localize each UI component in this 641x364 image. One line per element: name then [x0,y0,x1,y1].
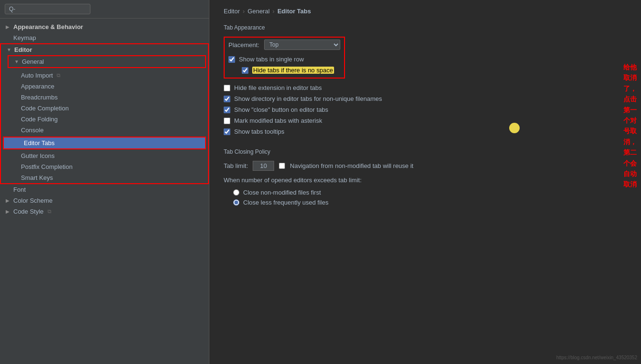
breadcrumb-general: General [247,8,269,15]
tab-limit-row: Tab limit: Navigation from non-modified … [224,161,627,171]
sidebar-label-code-style: Code Style [13,208,44,215]
sidebar-item-color-scheme[interactable]: ▶ Color Scheme [0,195,209,206]
show-tabs-single-row-checkbox[interactable] [228,56,235,63]
sidebar-label-appearance: Appearance [21,83,54,90]
close-less-frequent-radio[interactable] [233,199,239,206]
app-container: ▶ Appearance & Behavior Keymap ▼ Editor … [0,0,641,364]
hide-tabs-no-space-label: Hide tabs if there is no space [252,67,334,74]
tab-appearance-section: Tab Appearance Placement: Top Show tabs … [224,24,627,137]
tab-appearance-title: Tab Appearance [224,24,627,31]
watermark: https://blog.csdn.net/weixin_43520352 [556,355,637,360]
show-close-button-row: Show "close" button on editor tabs [224,104,627,115]
mark-modified-label: Mark modified tabs with asterisk [234,117,322,124]
sidebar-item-smart-keys[interactable]: Smart Keys [1,172,208,183]
sidebar-label-breadcrumbs: Breadcrumbs [21,94,58,101]
sidebar-label-console: Console [21,127,44,134]
sidebar-item-appearance[interactable]: Appearance [1,81,208,92]
sidebar-item-general[interactable]: ▼ General [9,56,205,67]
sidebar-label-editor: Editor [14,46,32,53]
hide-file-ext-label: Hide file extension in editor tabs [234,84,322,91]
show-tooltips-row: Show tabs tooltips [224,126,627,137]
sidebar-label-editor-tabs: Editor Tabs [24,139,55,147]
sidebar-label-color-scheme: Color Scheme [13,197,52,204]
expand-arrow-general: ▼ [14,59,20,64]
sidebar-label-smart-keys: Smart Keys [21,174,53,181]
code-style-icon: ⧉ [48,208,51,215]
breadcrumb-sep-2: › [273,8,275,15]
annotation-text: 给他取消了，点击第一个对号取 消，第二个会自动取消 [623,62,641,190]
hide-file-ext-checkbox[interactable] [224,85,230,91]
sidebar-label-code-completion: Code Completion [21,105,69,112]
expand-arrow-code-style: ▶ [6,209,11,214]
close-non-modified-radio[interactable] [233,189,239,196]
sidebar-label-gutter-icons: Gutter Icons [21,152,55,159]
sidebar-label-font: Font [13,186,26,193]
show-tabs-single-row-label: Show tabs in single row [239,56,304,63]
hide-tabs-no-space-row: Hide tabs if there is no space [242,65,340,76]
sidebar-item-postfix-completion[interactable]: Postfix Completion [1,161,208,172]
auto-import-icon: ⧉ [57,72,60,79]
sidebar-item-code-folding[interactable]: Code Folding [1,114,208,125]
mark-modified-row: Mark modified tabs with asterisk [224,115,627,126]
breadcrumb-editor: Editor [224,8,240,15]
sidebar-item-breadcrumbs[interactable]: Breadcrumbs [1,92,208,103]
expand-arrow-color-scheme: ▶ [6,198,11,203]
expand-arrow-editor: ▼ [7,47,12,52]
tab-limit-label: Tab limit: [224,162,248,169]
sidebar-item-keymap[interactable]: Keymap [0,32,209,43]
tab-closing-section: Tab Closing Policy Tab limit: Navigation… [224,148,627,207]
close-non-modified-row: Close non-modified files first [233,187,627,197]
search-bar [0,0,209,19]
hide-tabs-no-space-checkbox[interactable] [242,67,248,74]
hide-file-ext-row: Hide file extension in editor tabs [224,82,627,93]
close-less-frequent-label: Close less frequently used files [243,199,328,206]
sidebar-item-appearance-behavior[interactable]: ▶ Appearance & Behavior [0,21,209,32]
sidebar-label-keymap: Keymap [13,34,36,41]
when-exceeds-label: When number of opened editors exceeds ta… [224,177,627,184]
expand-arrow: ▶ [6,24,11,30]
breadcrumb-sep-1: › [243,8,245,15]
sidebar-item-font[interactable]: Font [0,184,209,195]
sidebar-item-console[interactable]: Console [1,125,208,136]
sidebar-item-code-style[interactable]: ▶ Code Style ⧉ [0,206,209,217]
show-directory-label: Show directory in editor tabs for non-un… [234,95,382,102]
sidebar-item-editor[interactable]: ▼ Editor [1,44,208,55]
show-tooltips-label: Show tabs tooltips [234,128,285,135]
placement-row: Placement: Top [228,39,340,50]
sidebar: ▶ Appearance & Behavior Keymap ▼ Editor … [0,0,209,364]
show-directory-row: Show directory in editor tabs for non-un… [224,93,627,104]
sidebar-label-appearance-behavior: Appearance & Behavior [13,23,83,30]
search-input[interactable] [5,4,90,14]
sidebar-item-editor-tabs[interactable]: Editor Tabs [4,138,205,148]
breadcrumb: Editor › General › Editor Tabs [224,8,627,15]
show-directory-checkbox[interactable] [224,96,230,102]
sidebar-tree: ▶ Appearance & Behavior Keymap ▼ Editor … [0,19,209,364]
sidebar-label-code-folding: Code Folding [21,116,58,123]
show-close-button-checkbox[interactable] [224,107,230,113]
tab-closing-title: Tab Closing Policy [224,148,627,155]
sidebar-item-code-completion[interactable]: Code Completion [1,103,208,114]
placement-label: Placement: [228,41,259,49]
sidebar-item-auto-import[interactable]: Auto Import ⧉ [1,70,208,81]
sidebar-label-auto-import: Auto Import [21,72,53,79]
nav-reuse-label: Navigation from non-modified tab will re… [290,162,413,169]
placement-select[interactable]: Top [264,39,340,50]
show-tabs-single-row-row: Show tabs in single row [228,54,340,65]
sidebar-item-gutter-icons[interactable]: Gutter Icons [1,150,208,161]
main-content: Editor › General › Editor Tabs Tab Appea… [209,0,641,364]
close-less-frequent-row: Close less frequently used files [233,197,627,207]
nav-reuse-checkbox[interactable] [279,163,285,169]
hide-tabs-highlight: Hide tabs if there is no space [252,67,334,74]
close-non-modified-label: Close non-modified files first [243,189,321,196]
sidebar-label-postfix-completion: Postfix Completion [21,163,72,170]
show-tooltips-checkbox[interactable] [224,128,230,135]
breadcrumb-editor-tabs: Editor Tabs [277,8,311,15]
sidebar-label-general: General [22,58,44,65]
mark-modified-checkbox[interactable] [224,118,230,124]
show-close-button-label: Show "close" button on editor tabs [234,106,328,113]
tab-limit-input[interactable] [253,161,274,171]
